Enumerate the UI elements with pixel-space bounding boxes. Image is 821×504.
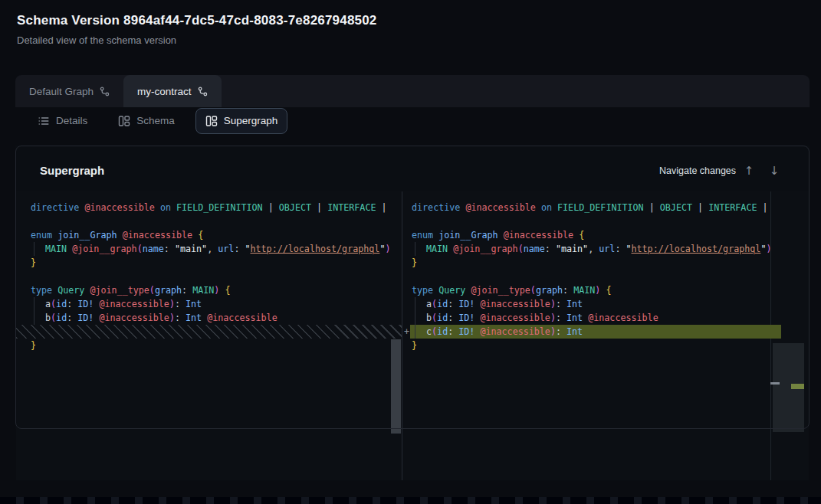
code-token: : (448, 299, 458, 309)
code-token: ) (550, 313, 556, 323)
code-token: : (175, 299, 186, 309)
code-token: } (31, 340, 36, 351)
code-token: " (626, 244, 631, 254)
code-token: , (588, 244, 599, 254)
code-token: @join__type (90, 285, 149, 296)
minimap-slider[interactable] (773, 343, 804, 432)
tab-schema-label: Schema (136, 115, 175, 126)
code-token: on (160, 202, 171, 213)
code-token: { (606, 285, 611, 296)
diff-splitter[interactable] (402, 191, 402, 480)
code-token: | (692, 202, 708, 213)
tab-default-graph[interactable]: Default Graph (15, 75, 123, 107)
page-title: Schema Version 8964af44-7dc5-47cd-8083-7… (17, 13, 377, 28)
code-line: } (16, 339, 402, 352)
tab-default-graph-label: Default Graph (29, 86, 94, 97)
code-token: : (556, 299, 566, 309)
code-token: : (448, 313, 458, 323)
left-pane-scrollbar-thumb[interactable] (391, 339, 401, 434)
url-link[interactable]: http://localhost/graphql (632, 244, 761, 254)
code-token: @inaccessible (84, 202, 154, 213)
tab-details[interactable]: Details (28, 108, 97, 134)
code-line: a(id: ID! @inaccessible): Int (16, 297, 402, 311)
code-token: ( (518, 244, 524, 254)
code-line: b(id: ID! @inaccessible): Int @inaccessi… (16, 311, 402, 325)
code-token: ) (169, 299, 175, 309)
code-token: type (412, 285, 433, 296)
code-token: @inaccessible (480, 299, 550, 309)
page-subtitle: Detailed view of the schema version (17, 34, 176, 46)
code-line: } (16, 256, 402, 270)
code-token: ( (149, 285, 155, 296)
tab-my-contract[interactable]: my-contract (123, 75, 222, 107)
code-token: ID! (77, 313, 94, 323)
code-token: ) (550, 326, 556, 337)
code-line (402, 214, 770, 228)
code-token: : (545, 244, 556, 254)
code-token: MAIN (426, 244, 448, 254)
code-token: "main" (175, 244, 207, 254)
code-token: { (225, 285, 230, 296)
tab-schema[interactable]: Schema (108, 108, 185, 134)
code-line: MAIN @join__graph(name: "main", url: "ht… (16, 242, 402, 256)
code-token: graph (155, 285, 182, 296)
code-token: ) (385, 244, 390, 254)
code-line: enum join__Graph @inaccessible { (402, 228, 770, 242)
code-token: id (56, 313, 67, 323)
code-token: join__Graph (438, 230, 498, 241)
code-token: MAIN (45, 244, 67, 254)
code-token: @inaccessible (207, 313, 277, 323)
code-token: ID! (458, 326, 475, 337)
tab-my-contract-label: my-contract (137, 86, 192, 97)
code-token: { (579, 230, 584, 241)
code-token: } (31, 257, 36, 268)
code-token: url (218, 244, 234, 254)
tab-supergraph[interactable]: Supergraph (195, 108, 288, 134)
code-token: join__Graph (57, 230, 117, 241)
code-token: : (164, 244, 175, 254)
code-token: ( (137, 244, 143, 254)
code-token (155, 202, 160, 213)
code-token: | (376, 202, 386, 213)
code-token: Int (186, 313, 202, 323)
code-line (16, 270, 402, 283)
added-line-ruler-extension (770, 325, 781, 339)
diff-pane-original[interactable]: directive @inaccessible on FIELD_DEFINIT… (16, 201, 402, 476)
code-token: INTERFACE (327, 202, 376, 213)
code-token: on (541, 202, 552, 213)
code-token: @join__type (471, 285, 530, 296)
indent-guide (415, 297, 426, 311)
added-code-line: c(id: ID! @inaccessible): Int+ (402, 325, 770, 339)
fork-icon (198, 87, 208, 97)
code-token: @inaccessible (504, 230, 573, 241)
code-token (498, 230, 504, 241)
code-token: enum (412, 230, 433, 241)
tab-supergraph-label: Supergraph (224, 115, 278, 126)
navigate-next-change-button[interactable]: ↓ (766, 162, 783, 179)
navigate-changes-label: Navigate changes (659, 165, 736, 176)
code-line: } (402, 256, 770, 270)
code-token: : (182, 285, 192, 296)
code-token: INTERFACE (708, 202, 757, 213)
code-line: enum join__Graph @inaccessible { (16, 228, 402, 242)
code-token: OBJECT (660, 202, 692, 213)
code-token: b (45, 313, 51, 323)
code-token: ID! (77, 299, 94, 309)
diff-filler-line (16, 325, 402, 339)
code-token: : (615, 244, 626, 254)
schema-diff-editor[interactable]: directive @inaccessible on FIELD_DEFINIT… (16, 191, 809, 480)
list-icon (38, 115, 50, 127)
code-token: : (556, 313, 566, 323)
navigate-previous-change-button[interactable]: ↑ (741, 162, 757, 179)
code-token: | (311, 202, 327, 213)
down-arrow-icon: ↓ (770, 164, 780, 178)
up-arrow-icon: ↑ (744, 164, 754, 178)
code-token: @inaccessible (123, 230, 192, 241)
code-token: @inaccessible (480, 313, 550, 323)
url-link[interactable]: http://localhost/graphql (251, 244, 380, 254)
diff-pane-modified[interactable]: directive @inaccessible on FIELD_DEFINIT… (402, 201, 770, 476)
code-token: directive (412, 202, 460, 213)
code-line: a(id: ID! @inaccessible): Int (402, 297, 770, 311)
code-token: Int (566, 299, 583, 309)
code-token: enum (31, 230, 52, 241)
